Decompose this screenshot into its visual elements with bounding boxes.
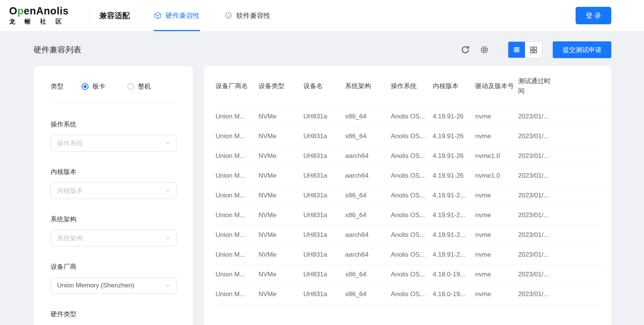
filter-label: 设备厂商 bbox=[51, 262, 177, 271]
table-cell: x86_64 bbox=[345, 186, 391, 205]
table-cell: Anolis OS... bbox=[391, 265, 433, 284]
header-divider bbox=[89, 6, 90, 25]
column-header: 设备名 bbox=[303, 66, 345, 107]
table-row[interactable]: Union M...NVMeUH831aaarch64Anolis OS...4… bbox=[216, 146, 603, 166]
filter-divider bbox=[51, 104, 177, 104]
table-cell: UH831a bbox=[303, 245, 345, 265]
chevron-down-icon bbox=[164, 235, 171, 241]
table-cell: NVMe bbox=[259, 186, 303, 205]
page-title: 硬件兼容列表 bbox=[33, 44, 81, 55]
table-row[interactable]: Union M...NVMeUH831ax86_64Anolis OS...4.… bbox=[216, 265, 603, 284]
table-cell: nvme bbox=[475, 284, 518, 304]
arch-select[interactable]: 系统架构 bbox=[51, 230, 177, 246]
radio-board-card[interactable]: 板卡 bbox=[82, 82, 105, 91]
table-row[interactable]: Union M...NVMeUH831ax86_64Anolis OS...4.… bbox=[216, 284, 603, 304]
table-cell: Union M... bbox=[216, 265, 259, 284]
kernel-select[interactable]: 内核版本 bbox=[51, 182, 177, 199]
table-cell: Union M... bbox=[216, 146, 259, 166]
table-header-row: 设备厂商名 设备类型 设备名 系统架构 操作系统 内核版本 驱动及版本号 测试通… bbox=[216, 66, 603, 107]
table-row[interactable]: Union M...NVMeUH831aaarch64Anolis OS...4… bbox=[216, 245, 603, 265]
filter-label: 硬件类型 bbox=[51, 310, 177, 319]
table-cell-spacer bbox=[558, 126, 603, 146]
table-cell: Union M... bbox=[216, 126, 259, 146]
filter-section-arch: 系统架构 系统架构 bbox=[51, 215, 177, 246]
table-cell: 4.19.91-2... bbox=[433, 205, 475, 225]
table-row[interactable]: Union M...NVMeUH831ax86_64Anolis OS...4.… bbox=[216, 107, 603, 126]
table-cell: 2023/01/... bbox=[518, 225, 558, 245]
table-cell: UH831a bbox=[303, 126, 345, 146]
table-cell: Anolis OS... bbox=[391, 284, 433, 304]
table-cell: UH831a bbox=[303, 205, 345, 225]
top-header: OpenAnolis 龙蜥社区 兼容适配 硬件兼容性 bbox=[0, 0, 644, 31]
results-table-card: 设备厂商名 设备类型 设备名 系统架构 操作系统 内核版本 驱动及版本号 测试通… bbox=[204, 66, 611, 325]
select-value: Union Memory (Shenzhen) bbox=[57, 282, 164, 289]
brand-logo[interactable]: OpenAnolis 龙蜥社区 bbox=[9, 5, 69, 26]
column-header: 操作系统 bbox=[391, 66, 433, 107]
table-cell: 2023/01/... bbox=[518, 265, 558, 284]
filter-label: 内核版本 bbox=[51, 167, 177, 176]
select-placeholder: 操作系统 bbox=[57, 139, 164, 148]
radio-icon bbox=[127, 83, 134, 90]
table-cell: x86_64 bbox=[345, 205, 391, 225]
tab-software-compat[interactable]: 软件兼容性 bbox=[224, 0, 271, 31]
table-cell: NVMe bbox=[259, 166, 303, 186]
table-cell: nvme bbox=[475, 205, 518, 225]
tab-label: 硬件兼容性 bbox=[166, 11, 200, 20]
settings-button[interactable] bbox=[479, 45, 489, 55]
table-cell: aarch64 bbox=[345, 245, 391, 265]
table-cell: 4.19.91-26 bbox=[433, 166, 475, 186]
table-cell: UH831a bbox=[303, 186, 345, 205]
table-cell: NVMe bbox=[259, 126, 303, 146]
table-cell: Union M... bbox=[216, 245, 259, 265]
vendor-select[interactable]: Union Memory (Shenzhen) bbox=[51, 277, 177, 294]
table-cell: Anolis OS... bbox=[391, 245, 433, 265]
brand-name: OpenAnolis bbox=[9, 5, 69, 17]
brand-green-letter: p bbox=[17, 5, 24, 17]
table-row[interactable]: Union M...NVMeUH831ax86_64Anolis OS...4.… bbox=[216, 205, 603, 225]
column-header: 设备类型 bbox=[259, 66, 303, 107]
radio-whole-machine[interactable]: 整机 bbox=[127, 82, 151, 91]
select-placeholder: 系统架构 bbox=[57, 234, 164, 243]
list-view-button[interactable] bbox=[508, 42, 525, 58]
table-row[interactable]: Union M...NVMeUH831ax86_64Anolis OS...4.… bbox=[216, 186, 603, 205]
column-header: 设备厂商名 bbox=[216, 66, 259, 107]
table-cell: aarch64 bbox=[345, 166, 391, 186]
table-row[interactable]: Union M...NVMeUH831aaarch64Anolis OS...4… bbox=[216, 225, 603, 245]
tab-hardware-compat[interactable]: 硬件兼容性 bbox=[154, 0, 200, 31]
nav-section-compat[interactable]: 兼容适配 bbox=[100, 11, 130, 21]
filter-section-kernel: 内核版本 内核版本 bbox=[51, 167, 177, 199]
list-view-icon bbox=[512, 46, 521, 54]
table-cell-spacer bbox=[558, 166, 603, 186]
table-cell: 4.18.0-19... bbox=[433, 265, 475, 284]
table-cell-spacer bbox=[558, 186, 603, 205]
table-row[interactable]: Union M...NVMeUH831aaarch64Anolis OS...4… bbox=[216, 166, 603, 186]
table-cell: aarch64 bbox=[345, 146, 391, 166]
refresh-button[interactable] bbox=[460, 45, 470, 55]
table-cell: Anolis OS... bbox=[391, 126, 433, 146]
radio-label: 整机 bbox=[138, 82, 151, 91]
cube-icon bbox=[154, 11, 162, 20]
filter-section-hardware-type: 硬件类型 bbox=[51, 310, 177, 319]
table-cell: 4.19.91-2... bbox=[433, 225, 475, 245]
os-select[interactable]: 操作系统 bbox=[51, 135, 177, 151]
type-filter-row: 类型 板卡 整机 bbox=[51, 82, 177, 91]
table-cell: 4.19.91-26 bbox=[433, 126, 475, 146]
table-cell: Union M... bbox=[216, 284, 259, 304]
table-cell: NVMe bbox=[259, 284, 303, 304]
login-button[interactable]: 登 录 bbox=[576, 7, 611, 24]
submit-test-request-button[interactable]: 提交测试申请 bbox=[553, 41, 611, 58]
table-cell: 2023/01/... bbox=[518, 186, 558, 205]
toolbar-divider bbox=[498, 45, 499, 54]
grid-view-button[interactable] bbox=[525, 42, 542, 58]
table-cell: NVMe bbox=[259, 245, 303, 265]
table-cell: Union M... bbox=[216, 166, 259, 186]
column-header: 驱动及版本号 bbox=[475, 66, 518, 107]
table-row[interactable]: Union M...NVMeUH831ax86_64Anolis OS...4.… bbox=[216, 126, 603, 146]
table-cell: nvme bbox=[475, 126, 518, 146]
table-cell: nvme1.0 bbox=[475, 166, 518, 186]
table-cell: UH831a bbox=[303, 284, 345, 304]
table-cell-spacer bbox=[558, 245, 603, 265]
table-cell: Anolis OS... bbox=[391, 225, 433, 245]
tab-label: 软件兼容性 bbox=[236, 11, 271, 20]
filter-label: 操作系统 bbox=[51, 120, 177, 129]
